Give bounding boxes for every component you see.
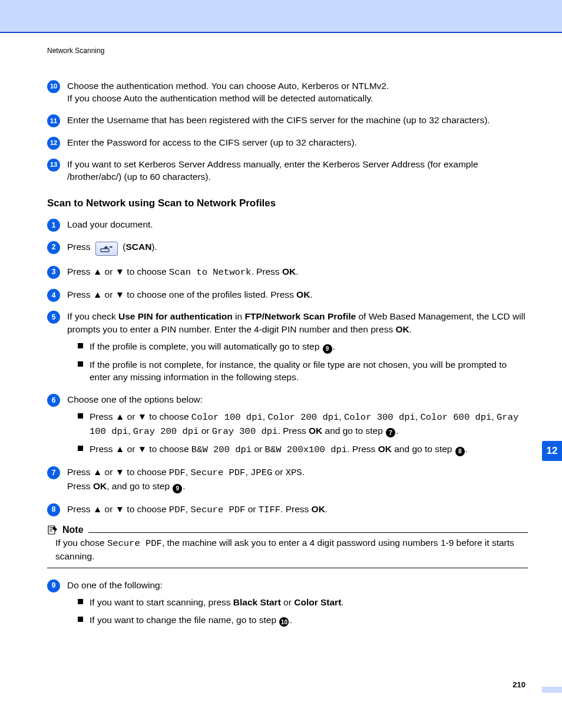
t: to choose — [124, 504, 169, 514]
square-bullet-icon — [78, 361, 83, 367]
step-text: Enter the Username that has been registe… — [67, 115, 490, 125]
t: Do one of the following: — [67, 580, 163, 590]
t: . — [310, 289, 312, 299]
sub-bullet: Press ▲ or ▼ to choose Color 100 dpi, Co… — [78, 410, 528, 438]
t: in — [233, 311, 245, 321]
step-badge-8: 8 — [47, 503, 60, 516]
t: Color Start — [294, 597, 341, 607]
sub-bullet: If the profile is complete, you will aut… — [78, 340, 528, 354]
t: . — [325, 504, 328, 514]
step-9: 9 Do one of the following: If you want t… — [47, 579, 528, 627]
down-arrow-icon: ▼ — [115, 289, 124, 299]
t: . — [333, 341, 335, 351]
up-arrow-icon: ▲ — [115, 411, 124, 421]
t: or — [272, 467, 285, 477]
step-text: If you choose Auto the authentication me… — [67, 93, 373, 103]
content: Network Scanning 10 Choose the authentic… — [0, 33, 562, 627]
code-text: Scan to Network — [169, 267, 252, 278]
down-arrow-icon: ▼ — [138, 411, 147, 421]
svg-marker-3 — [111, 246, 113, 248]
code-text: Color 100 dpi — [191, 412, 263, 423]
scan-label: SCAN — [125, 242, 151, 252]
ok-label: OK — [296, 289, 310, 299]
step-badge-7: 7 — [47, 466, 60, 479]
step-badge-9: 9 — [47, 579, 60, 592]
step-1: 1 Load your document. — [47, 218, 528, 230]
ok-label: OK — [282, 266, 296, 276]
t: Use PIN for authentication — [118, 311, 233, 321]
step-text: Press — [67, 242, 91, 252]
t: FTP/Network Scan Profile — [244, 311, 356, 321]
up-arrow-icon: ▲ — [93, 266, 102, 276]
t: Press — [90, 411, 115, 421]
t: . — [341, 597, 343, 607]
step-ref-9: 9 — [323, 344, 332, 354]
code-text: JPEG — [250, 467, 272, 478]
step-13: 13 If you want to set Kerberos Server Ad… — [47, 158, 528, 183]
step-badge-12: 12 — [47, 137, 60, 150]
ok-label: OK — [378, 444, 392, 454]
code-text: Gray 200 dpi — [133, 426, 199, 437]
note-icon — [47, 525, 58, 535]
square-bullet-icon — [78, 599, 83, 604]
step-2: 2 Press (SCAN). — [47, 241, 528, 256]
down-arrow-icon: ▼ — [115, 266, 124, 276]
step-5: 5 If you check Use PIN for authenticatio… — [47, 310, 528, 383]
sub-bullet: If the profile is not complete, for inst… — [78, 358, 528, 384]
t: or — [124, 444, 137, 454]
code-text: XPS — [286, 467, 302, 478]
t: Press — [67, 289, 93, 299]
step-7: 7 Press ▲ or ▼ to choose PDF, Secure PDF… — [47, 466, 528, 493]
step-badge-1: 1 — [47, 219, 60, 232]
up-arrow-icon: ▲ — [93, 504, 102, 514]
step-text: Load your document. — [67, 219, 153, 229]
sub-bullet: If you want to start scanning, press Bla… — [78, 596, 528, 608]
t: Press — [67, 481, 93, 491]
t: . — [396, 426, 398, 436]
t: to choose — [124, 467, 169, 477]
down-arrow-icon: ▼ — [115, 504, 124, 514]
note-body: If you chose Secure PDF, the machine wil… — [55, 536, 528, 563]
square-bullet-icon — [78, 413, 83, 419]
code-text: Color 200 dpi — [267, 412, 339, 423]
t: , — [339, 411, 344, 421]
t: If you want to start scanning, press — [90, 597, 233, 607]
code-text: B&W 200x100 dpi — [265, 444, 348, 455]
step-text: Enter the Password for access to the CIF… — [67, 137, 357, 147]
svg-marker-1 — [104, 246, 108, 248]
step-3: 3 Press ▲ or ▼ to choose Scan to Network… — [47, 265, 528, 279]
step-ref-9: 9 — [173, 484, 182, 493]
code-text: Gray 300 dpi — [212, 426, 278, 437]
t: Press — [67, 504, 93, 514]
ok-label: OK — [93, 481, 107, 491]
code-text: TIFF — [259, 505, 280, 515]
t: and go to step — [322, 426, 385, 436]
t: If you chose — [55, 538, 107, 548]
step-6: 6 Choose one of the options below: Press… — [47, 393, 528, 457]
t: , — [415, 411, 421, 421]
t: If the profile is complete, you will aut… — [90, 341, 322, 351]
t: Choose one of the options below: — [67, 394, 203, 404]
step-ref-8: 8 — [455, 447, 465, 456]
t: to choose — [147, 444, 191, 454]
t: . Press — [347, 444, 378, 454]
t: , — [128, 426, 133, 436]
t: or — [102, 504, 115, 514]
t: Press — [90, 444, 115, 454]
note-header: Note — [47, 523, 528, 536]
code-text: B&W 200 dpi — [191, 444, 252, 455]
t: , — [245, 467, 250, 477]
t: or — [102, 467, 115, 477]
t: or — [102, 266, 115, 276]
t: to choose — [124, 266, 169, 276]
step-4: 4 Press ▲ or ▼ to choose one of the prof… — [47, 288, 528, 301]
step-badge-2: 2 — [47, 241, 60, 254]
t: or — [245, 504, 258, 514]
t: or — [199, 426, 211, 436]
t: or — [252, 444, 265, 454]
note-rule — [47, 568, 528, 568]
step-badge-6: 6 — [47, 394, 60, 407]
t: Press — [67, 467, 93, 477]
note-block: Note If you chose Secure PDF, the machin… — [47, 523, 528, 568]
code-text: Color 300 dpi — [344, 412, 415, 423]
